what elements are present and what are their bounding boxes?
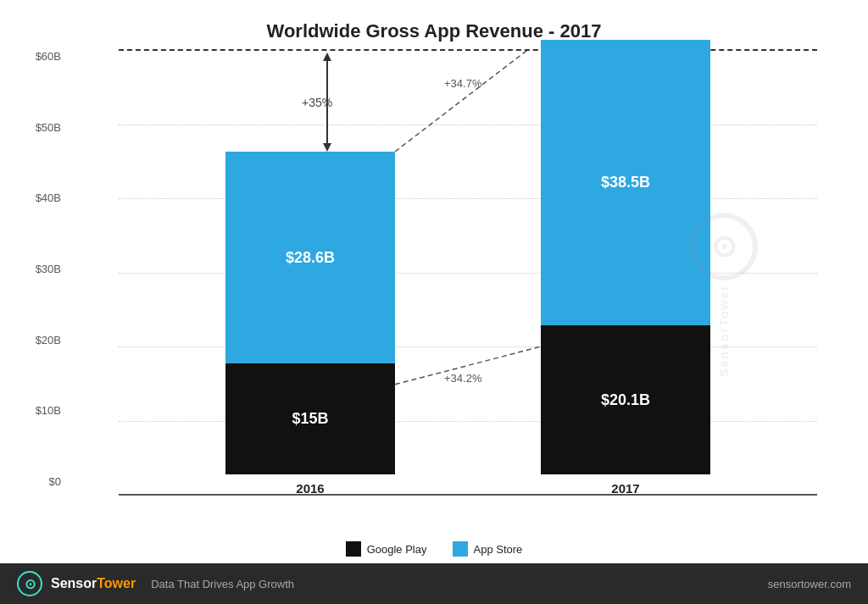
- y-label-10: $10B: [36, 405, 61, 416]
- bar-segment-app-store-2016: $28.6B: [225, 152, 395, 363]
- bar-value-google-play-2017: $20.1B: [601, 391, 650, 409]
- footer: ⊙ SensorTower Data That Drives App Growt…: [0, 563, 868, 604]
- bar-segment-google-play-2017: $20.1B: [541, 325, 710, 474]
- legend-box-google-play: [346, 541, 361, 557]
- watermark: ⊙ SensorTower: [690, 213, 758, 377]
- footer-brand-sensor: Sensor: [51, 576, 97, 590]
- y-label-0: $0: [49, 476, 61, 487]
- bar-year-2017: 2017: [611, 481, 639, 496]
- bar-segment-google-play-2016: $15B: [225, 363, 395, 474]
- legend-item-google-play: Google Play: [346, 541, 427, 557]
- footer-brand-tower: Tower: [97, 576, 136, 590]
- bar-year-2016: 2016: [296, 481, 324, 496]
- legend-label-google-play: Google Play: [367, 543, 427, 556]
- legend-label-app-store: App Store: [474, 543, 523, 556]
- watermark-text: SensorTower: [717, 284, 731, 377]
- legend-item-app-store: App Store: [453, 541, 523, 557]
- bar-value-google-play-2016: $15B: [292, 410, 328, 428]
- y-label-50: $50B: [36, 122, 61, 133]
- chart-body: $0 $10B $20B $30B $40B $50B $60B $15B: [0, 51, 868, 538]
- legend: Google Play App Store: [0, 538, 868, 563]
- footer-logo-icon: ⊙: [17, 571, 42, 596]
- y-label-30: $30B: [36, 263, 61, 274]
- bar-value-app-store-2017: $38.5B: [601, 174, 650, 191]
- footer-left: ⊙ SensorTower Data That Drives App Growt…: [17, 571, 294, 596]
- footer-brand: SensorTower: [51, 576, 136, 591]
- bar-group-2016: $15B $28.6B 2016: [217, 152, 403, 496]
- legend-box-app-store: [453, 541, 468, 557]
- bar-stack-2017: $20.1B $38.5B: [541, 40, 710, 474]
- y-label-40: $40B: [36, 192, 61, 203]
- chart-title: Worldwide Gross App Revenue - 2017: [0, 0, 868, 51]
- bar-stack-2016: $15B $28.6B: [225, 152, 395, 474]
- footer-url: sensortower.com: [768, 578, 851, 590]
- bar-value-app-store-2016: $28.6B: [286, 249, 335, 267]
- footer-tagline: Data That Drives App Growth: [151, 578, 294, 590]
- y-axis: $0 $10B $20B $30B $40B $50B $60B: [17, 51, 68, 487]
- watermark-icon: ⊙: [690, 213, 758, 280]
- chart-plot: $15B $28.6B 2016 $20.1B: [119, 51, 817, 538]
- y-label-60: $60B: [36, 51, 61, 62]
- chart-container: Worldwide Gross App Revenue - 2017 $0 $1…: [0, 0, 868, 604]
- y-label-20: $20B: [36, 335, 61, 346]
- bar-segment-app-store-2017: $38.5B: [541, 40, 710, 325]
